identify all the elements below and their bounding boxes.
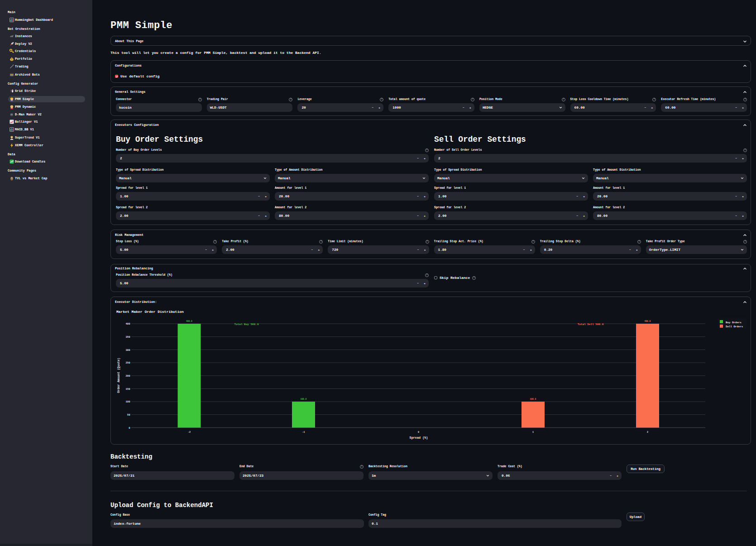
svg-text:Total Sell 500.0: Total Sell 500.0: [578, 323, 604, 326]
svg-text:0: 0: [418, 431, 419, 434]
svg-text:Spread (%): Spread (%): [410, 436, 428, 440]
svg-text:400: 400: [125, 322, 130, 326]
svg-text:0: 0: [129, 426, 130, 430]
svg-text:150: 150: [125, 388, 130, 391]
svg-text:2: 2: [647, 431, 648, 434]
svg-text:100.0: 100.0: [530, 398, 536, 400]
svg-text:Total Buy 500.0: Total Buy 500.0: [234, 323, 258, 326]
svg-text:400.0: 400.0: [186, 320, 192, 322]
svg-text:100.0: 100.0: [301, 398, 307, 400]
svg-text:Buy Orders: Buy Orders: [726, 321, 742, 324]
svg-text:200: 200: [125, 374, 130, 378]
svg-text:250: 250: [125, 361, 130, 364]
svg-text:-1: -1: [302, 431, 305, 434]
svg-text:350: 350: [125, 335, 130, 339]
svg-text:300: 300: [125, 349, 130, 352]
svg-text:-2: -2: [188, 431, 191, 434]
svg-text:Sell Orders: Sell Orders: [726, 325, 743, 328]
svg-text:50: 50: [127, 413, 130, 417]
svg-text:$: $: [11, 58, 12, 61]
svg-text:100: 100: [125, 400, 130, 403]
svg-text:Order Amount (Quote): Order Amount (Quote): [117, 358, 120, 393]
svg-text:Market Maker Order Distributio: Market Maker Order Distribution: [116, 310, 184, 314]
svg-text:400.0: 400.0: [645, 320, 651, 322]
svg-text:1: 1: [532, 431, 534, 434]
